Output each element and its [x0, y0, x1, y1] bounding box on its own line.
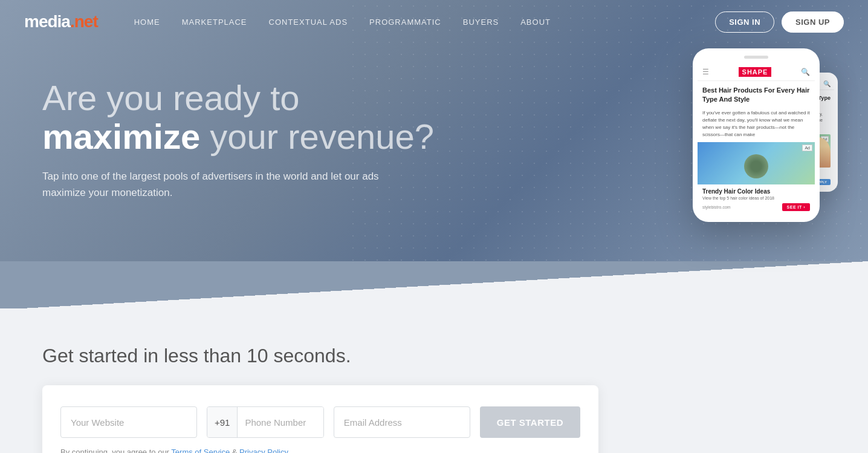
phone-ad-image: Ad — [698, 142, 815, 184]
form-card: +91 GET STARTED By continuing, you agree… — [42, 385, 598, 453]
nav-about[interactable]: ABOUT — [520, 18, 551, 27]
get-started-button[interactable]: GET STARTED — [480, 406, 580, 438]
get-started-title: Get started in less than 10 seconds. — [42, 345, 826, 367]
shape-logo: SHAPE — [739, 67, 772, 77]
phone-topbar: ☰ SHAPE 🔍 — [698, 64, 815, 81]
phone-ad-content: Trendy Hair Color Ideas View the top 5 h… — [698, 184, 815, 215]
navbar: media.net HOME MARKETPLACE CONTEXTUAL AD… — [0, 0, 868, 44]
terms-link[interactable]: Terms of Service — [171, 448, 230, 453]
form-terms: By continuing, you agree to our Terms of… — [60, 448, 580, 453]
nav-links: HOME MARKETPLACE CONTEXTUAL ADS PROGRAMM… — [134, 18, 715, 27]
phone-article-text: If you've ever gotten a fabulous cut and… — [698, 109, 815, 142]
phone-group: +91 — [207, 406, 324, 438]
email-input[interactable] — [334, 406, 470, 438]
phone-mockup: ☰ SHAPE 🔍 Best Hair Products For Every H… — [693, 48, 820, 222]
menu-icon: ☰ — [702, 68, 709, 76]
form-row: +91 GET STARTED — [60, 406, 580, 438]
nav-contextual-ads[interactable]: CONTEXTUAL ADS — [269, 18, 348, 27]
nav-buyers[interactable]: BUYERS — [463, 18, 499, 27]
logo-text: media.net — [24, 12, 98, 31]
phone-ad-headline: Trendy Hair Color Ideas — [702, 188, 810, 195]
phone-mockup-area: ☰ SHAPE 🔍 Best Hair Products For Every H… — [693, 48, 820, 222]
phone-speaker — [744, 56, 768, 59]
nav-marketplace[interactable]: MARKETPLACE — [182, 18, 247, 27]
search-icon: 🔍 — [801, 68, 810, 76]
phone-ad: Ad Trendy Hair Color Ideas View the top … — [698, 142, 815, 215]
bottom-section: Get started in less than 10 seconds. +91… — [0, 308, 868, 453]
phone-prefix: +91 — [207, 407, 238, 437]
tablet-search-icon: 🔍 — [823, 80, 831, 87]
nav-programmatic[interactable]: PROGRAMMATIC — [369, 18, 441, 27]
phone-input[interactable] — [238, 407, 323, 437]
phone-screen: ☰ SHAPE 🔍 Best Hair Products For Every H… — [698, 64, 815, 215]
privacy-link[interactable]: Privacy Policy — [239, 448, 288, 453]
phone-article-title: Best Hair Products For Every Hair Type A… — [698, 81, 815, 109]
hero-title: Are you ready to maximize your revenue? — [42, 79, 434, 156]
phone-ad-sub: View the top 5 hair color ideas of 2018 — [702, 196, 810, 200]
hero-content: Are you ready to maximize your revenue? … — [0, 60, 476, 219]
phone-ad-domain: stylebistro.com — [702, 205, 731, 209]
logo[interactable]: media.net — [24, 12, 98, 31]
website-input[interactable] — [60, 406, 197, 438]
nav-home[interactable]: HOME — [134, 18, 160, 27]
phone-ad-footer: stylebistro.com SEE IT › — [702, 203, 810, 211]
signup-button[interactable]: SIGN UP — [782, 11, 844, 33]
ad-badge: Ad — [802, 145, 812, 151]
phone-ad-cta[interactable]: SEE IT › — [782, 203, 810, 211]
hero-subtitle: Tap into one of the largest pools of adv… — [42, 168, 405, 201]
hero-section: Are you ready to maximize your revenue? … — [0, 0, 868, 308]
signin-button[interactable]: SIGN IN — [715, 11, 774, 33]
nav-actions: SIGN IN SIGN UP — [715, 11, 844, 33]
